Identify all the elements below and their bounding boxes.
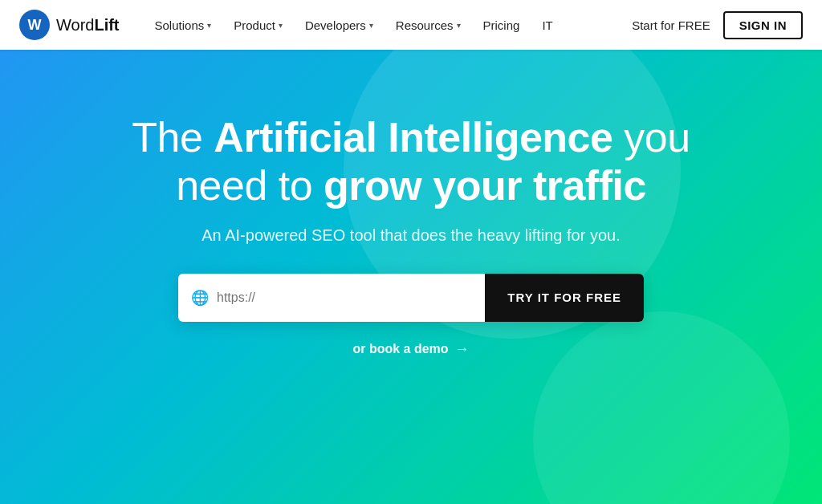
logo[interactable]: W WordLift	[19, 10, 120, 40]
logo-text: WordLift	[56, 16, 120, 35]
chevron-down-icon: ▾	[207, 21, 211, 30]
hero-section: The Artificial Intelligence you need to …	[0, 50, 822, 504]
nav-item-solutions[interactable]: Solutions ▾	[145, 14, 222, 37]
url-input-wrapper: 🌐	[178, 289, 485, 307]
start-for-free-link[interactable]: Start for FREE	[632, 18, 710, 32]
nav-item-resources[interactable]: Resources ▾	[386, 14, 470, 37]
nav-item-it[interactable]: IT	[532, 14, 562, 37]
book-demo-link[interactable]: or book a demo →	[352, 341, 469, 358]
hero-subtitle: An AI-powered SEO tool that does the hea…	[201, 226, 620, 245]
chevron-down-icon: ▾	[369, 21, 373, 30]
nav-item-pricing[interactable]: Pricing	[474, 14, 530, 37]
chevron-down-icon: ▾	[279, 21, 283, 30]
chevron-down-icon: ▾	[457, 21, 461, 30]
navbar: W WordLift Solutions ▾ Product ▾ Develop…	[0, 0, 822, 50]
nav-links: Solutions ▾ Product ▾ Developers ▾ Resou…	[145, 14, 633, 37]
arrow-icon: →	[455, 341, 470, 358]
sign-in-button[interactable]: SIGN IN	[723, 11, 803, 39]
nav-item-product[interactable]: Product ▾	[224, 14, 292, 37]
logo-icon: W	[19, 10, 50, 40]
nav-actions: Start for FREE SIGN IN	[632, 11, 803, 39]
url-input[interactable]	[217, 291, 472, 305]
hero-headline: The Artificial Intelligence you need to …	[82, 114, 740, 210]
try-it-for-free-button[interactable]: TRY IT FOR FREE	[485, 274, 644, 322]
nav-item-developers[interactable]: Developers ▾	[295, 14, 383, 37]
globe-icon: 🌐	[191, 289, 209, 307]
hero-content: The Artificial Intelligence you need to …	[0, 50, 822, 358]
cta-row: 🌐 TRY IT FOR FREE	[178, 274, 644, 322]
